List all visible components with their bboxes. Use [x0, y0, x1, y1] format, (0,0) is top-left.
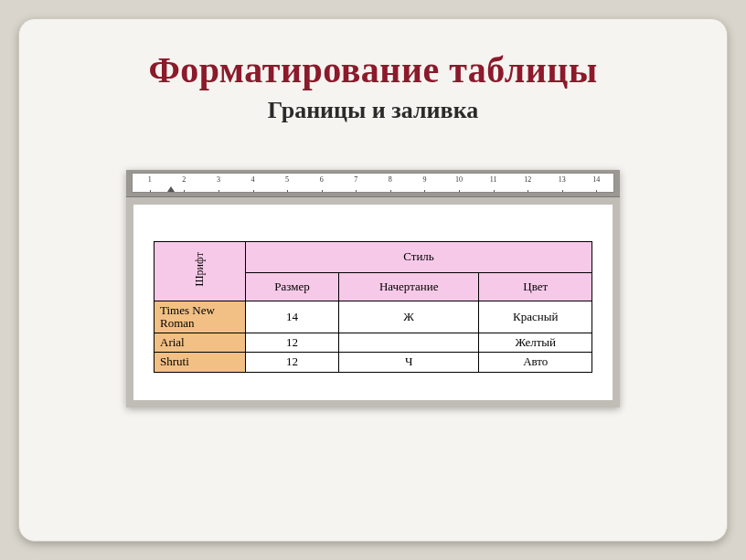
- subheader-color: Цвет: [479, 272, 592, 301]
- cell-color: Желтый: [479, 333, 592, 353]
- ruler-mark: 13: [545, 175, 580, 184]
- header-style: Стиль: [246, 242, 592, 273]
- header-font-label: Шрифт: [193, 245, 207, 294]
- cell-style: Ч: [338, 353, 479, 372]
- cell-size: 12: [246, 353, 339, 372]
- document-page: Шрифт Стиль Размер Начертание Цвет Times…: [133, 205, 613, 400]
- table-row: Arial 12 Желтый: [155, 333, 592, 353]
- table-row: Times New Roman 14 Ж Красный: [155, 301, 592, 333]
- horizontal-ruler: 1 2 3 4 5 6 7 8 9 10 11 12 13 14: [132, 173, 614, 193]
- ruler-mark: 8: [373, 175, 408, 184]
- cell-size: 12: [246, 333, 339, 353]
- document-window: 1 2 3 4 5 6 7 8 9 10 11 12 13 14: [126, 170, 620, 407]
- subheader-size: Размер: [246, 272, 339, 301]
- slide: Форматирование таблицы Границы и заливка…: [18, 18, 728, 542]
- ruler-mark: 7: [338, 175, 373, 184]
- ruler-mark: 4: [236, 175, 271, 184]
- ruler-mark: 3: [201, 175, 236, 184]
- page-area: Шрифт Стиль Размер Начертание Цвет Times…: [126, 197, 620, 407]
- table-row: Shruti 12 Ч Авто: [155, 353, 592, 372]
- cell-font: Times New Roman: [155, 301, 246, 333]
- ruler-indent-marker-icon: [167, 186, 175, 192]
- cell-font: Arial: [155, 333, 246, 353]
- ruler-mark: 1: [133, 175, 167, 184]
- subheader-style: Начертание: [338, 272, 479, 301]
- font-table: Шрифт Стиль Размер Начертание Цвет Times…: [154, 241, 592, 373]
- header-font: Шрифт: [155, 242, 246, 301]
- ruler-mark: 2: [167, 175, 202, 184]
- cell-size: 14: [246, 301, 339, 333]
- ruler-mark: 14: [580, 175, 614, 184]
- slide-title: Форматирование таблицы: [65, 48, 681, 91]
- cell-font: Shruti: [155, 353, 246, 372]
- ruler-mark: 9: [408, 175, 442, 184]
- ruler-mark: 11: [476, 175, 511, 184]
- ruler-mark: 6: [304, 175, 339, 184]
- ruler-mark: 5: [270, 175, 304, 184]
- ruler-mark: 10: [442, 175, 476, 184]
- slide-subtitle: Границы и заливка: [65, 97, 681, 124]
- ruler-bar: 1 2 3 4 5 6 7 8 9 10 11 12 13 14: [126, 170, 620, 197]
- cell-color: Красный: [479, 301, 592, 333]
- ruler-mark: 12: [510, 175, 545, 184]
- cell-color: Авто: [479, 353, 592, 372]
- cell-style: Ж: [338, 301, 479, 333]
- cell-style: [338, 333, 479, 353]
